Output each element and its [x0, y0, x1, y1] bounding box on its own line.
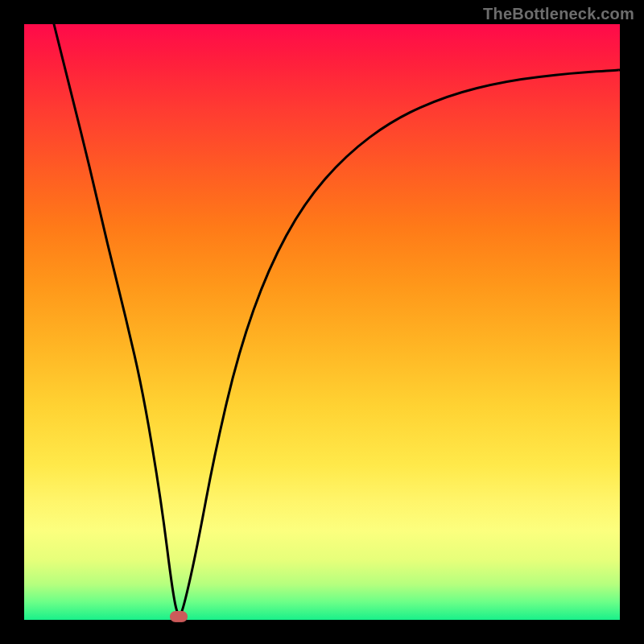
min-marker — [170, 611, 188, 622]
chart-frame: TheBottleneck.com — [0, 0, 644, 644]
bottleneck-curve — [24, 24, 620, 620]
plot-area — [24, 24, 620, 620]
watermark-text: TheBottleneck.com — [483, 5, 634, 23]
